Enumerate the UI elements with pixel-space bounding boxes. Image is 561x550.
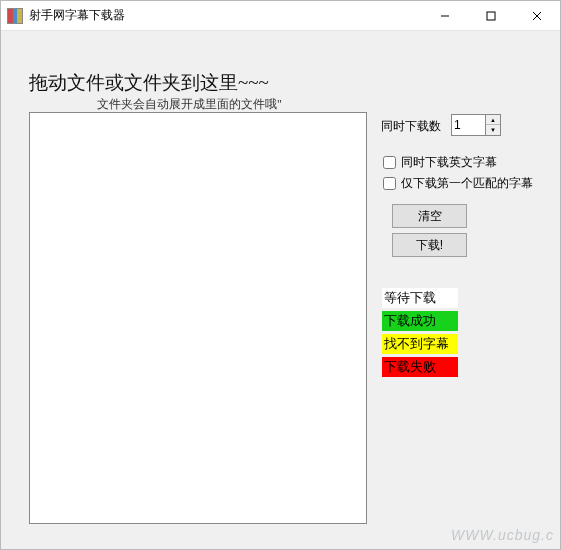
legend-success: 下载成功 [382, 311, 458, 331]
svg-rect-1 [487, 12, 495, 20]
maximize-button[interactable] [468, 1, 514, 31]
checkbox-first-match-input[interactable] [383, 177, 396, 190]
checkbox-english-subtitle[interactable]: 同时下载英文字幕 [383, 154, 497, 171]
stepper-down-button[interactable]: ▼ [486, 125, 500, 135]
app-window: 射手网字幕下载器 拖动文件或文件夹到这里~~~ 文件夹会自动展开成里面的文件哦"… [0, 0, 561, 550]
stepper-up-button[interactable]: ▲ [486, 115, 500, 125]
svg-line-3 [533, 12, 541, 20]
app-icon [7, 8, 23, 24]
checkbox-first-match-label: 仅下载第一个匹配的字幕 [401, 175, 533, 192]
legend-failed: 下载失败 [382, 357, 458, 377]
download-button[interactable]: 下载! [392, 233, 467, 257]
minimize-button[interactable] [422, 1, 468, 31]
concurrent-input[interactable] [451, 114, 485, 136]
minimize-icon [440, 11, 450, 21]
checkbox-english-label: 同时下载英文字幕 [401, 154, 497, 171]
close-button[interactable] [514, 1, 560, 31]
stepper-buttons: ▲ ▼ [485, 114, 501, 136]
titlebar: 射手网字幕下载器 [1, 1, 560, 31]
concurrent-label: 同时下载数 [381, 118, 441, 135]
window-title: 射手网字幕下载器 [29, 7, 125, 24]
client-area: 拖动文件或文件夹到这里~~~ 文件夹会自动展开成里面的文件哦" 同时下载数 ▲ … [1, 32, 560, 549]
clear-button[interactable]: 清空 [392, 204, 467, 228]
concurrent-stepper[interactable]: ▲ ▼ [451, 114, 501, 136]
checkbox-english-input[interactable] [383, 156, 396, 169]
file-drop-area[interactable] [29, 112, 367, 524]
dropzone-title: 拖动文件或文件夹到这里~~~ [29, 70, 269, 96]
maximize-icon [486, 11, 496, 21]
close-icon [532, 11, 542, 21]
legend-not-found: 找不到字幕 [382, 334, 458, 354]
legend-waiting: 等待下载 [382, 288, 458, 308]
svg-line-2 [533, 12, 541, 20]
dropzone-subtitle: 文件夹会自动展开成里面的文件哦" [97, 96, 282, 113]
checkbox-first-match[interactable]: 仅下载第一个匹配的字幕 [383, 175, 533, 192]
